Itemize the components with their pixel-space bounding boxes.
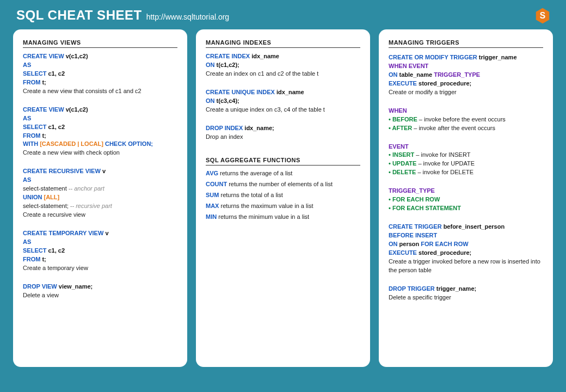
- bullet-kw: FOR EACH ROW: [392, 196, 440, 203]
- code: CREATE RECURSIVE VIEW vASselect-statemen…: [23, 167, 177, 211]
- list-item: DELETE – invoke for DELETE: [389, 168, 543, 177]
- section-title-triggers: MANAGING TRIGGERS: [389, 39, 543, 48]
- trigger-create-block: CREATE OR MODIFY TRIGGER trigger_nameWHE…: [389, 53, 543, 97]
- desc: Create a temporary view: [23, 264, 177, 273]
- bullet-kw: AFTER: [392, 125, 413, 131]
- card-views: MANAGING VIEWS CREATE VIEW v(c1,c2)ASSEL…: [13, 29, 187, 367]
- desc: Create a recursive view: [23, 211, 177, 219]
- bullet-kw: DELETE: [392, 169, 416, 175]
- bullet-kw: INSERT: [392, 151, 414, 158]
- bullet-text: – invoke for UPDATE: [416, 160, 475, 167]
- type-label: TRIGGER_TYPE: [389, 187, 543, 195]
- view-block: CREATE RECURSIVE VIEW vASselect-statemen…: [23, 167, 177, 219]
- bullet-kw: FOR EACH STATEMENT: [392, 205, 461, 211]
- code: CREATE UNIQUE INDEX idx_nameON t(c3,c4);: [206, 88, 360, 106]
- fn-desc: returns the maximum value in a list: [221, 203, 313, 209]
- section-title-aggregate: SQL AGGREGATE FUNCTIONS: [206, 157, 360, 166]
- index-block: CREATE INDEX idx_nameON t(c1,c2);Create …: [206, 52, 360, 78]
- aggregate-fn-row: AVG returns the average of a list: [206, 170, 360, 176]
- bullet-text: – invoke for INSERT: [414, 151, 470, 158]
- list-item: UPDATE – invoke for UPDATE: [389, 160, 543, 168]
- fn-desc: returns the average of a list: [220, 170, 292, 176]
- desc: Create a new view that consists of c1 an…: [23, 87, 177, 96]
- fn-name: MIN: [206, 213, 217, 220]
- section-title-views: MANAGING VIEWS: [23, 39, 177, 48]
- fn-name: SUM: [206, 192, 219, 198]
- fn-desc: returns the minimum value in a list: [218, 213, 309, 220]
- logo-icon: S: [536, 8, 550, 24]
- view-block: DROP VIEW view_name;Delete a view: [23, 283, 177, 300]
- bullet-text: – invoke for DELETE: [416, 169, 473, 175]
- section-title-indexes: MANAGING INDEXES: [206, 39, 360, 48]
- card-triggers: MANAGING TRIGGERS CREATE OR MODIFY TRIGG…: [379, 29, 553, 367]
- bullet-kw: UPDATE: [392, 160, 416, 167]
- code-trigger-example: CREATE TRIGGER before_insert_personBEFOR…: [389, 223, 543, 258]
- when-label: WHEN: [389, 107, 543, 115]
- aggregate-fn-row: MAX returns the maximum value in a list: [206, 203, 360, 209]
- code: CREATE VIEW v(c1,c2)ASSELECT c1, c2FROM …: [23, 52, 177, 87]
- code: CREATE VIEW v(c1,c2)ASSELECT c1, c2FROM …: [23, 106, 177, 149]
- code: CREATE INDEX idx_nameON t(c1,c2);: [206, 52, 360, 70]
- aggregate-fn-row: COUNT returns the number of elements of …: [206, 181, 360, 187]
- fn-desc: returns the number of elements of a list: [229, 181, 333, 187]
- desc: Drop an index: [206, 133, 360, 142]
- list-item: BEFORE – invoke before the event occurs: [389, 115, 543, 124]
- columns-wrap: MANAGING VIEWS CREATE VIEW v(c1,c2)ASSEL…: [0, 29, 566, 380]
- index-block: DROP INDEX idx_name;Drop an index: [206, 124, 360, 142]
- trigger-example-block: CREATE TRIGGER before_insert_personBEFOR…: [389, 223, 543, 275]
- trigger-when-block: WHEN BEFORE – invoke before the event oc…: [389, 107, 543, 133]
- bullet-kw: BEFORE: [392, 116, 417, 122]
- list-item: FOR EACH STATEMENT: [389, 204, 543, 213]
- event-label: EVENT: [389, 143, 543, 151]
- desc-create-trigger: Create or modify a trigger: [389, 88, 543, 97]
- code-create-trigger: CREATE OR MODIFY TRIGGER trigger_nameWHE…: [389, 53, 543, 88]
- code: DROP VIEW view_name;: [23, 283, 177, 291]
- card-indexes: MANAGING INDEXES CREATE INDEX idx_nameON…: [196, 29, 370, 367]
- bullet-text: – invoke before the event occurs: [417, 116, 506, 122]
- index-block: CREATE UNIQUE INDEX idx_nameON t(c3,c4);…: [206, 88, 360, 114]
- desc: Create a unique index on c3, c4 of the t…: [206, 106, 360, 114]
- list-item: FOR EACH ROW: [389, 195, 543, 204]
- trigger-event-block: EVENT INSERT – invoke for INSERTUPDATE –…: [389, 143, 543, 177]
- fn-name: COUNT: [206, 181, 227, 187]
- list-item: INSERT – invoke for INSERT: [389, 151, 543, 160]
- view-block: CREATE VIEW v(c1,c2)ASSELECT c1, c2FROM …: [23, 106, 177, 158]
- page-header: SQL CHEAT SHEET http://www.sqltutorial.o…: [0, 0, 566, 29]
- aggregate-fn-row: SUM returns the total of a list: [206, 192, 360, 198]
- fn-desc: returns the total of a list: [221, 192, 283, 198]
- code: DROP INDEX idx_name;: [206, 124, 360, 133]
- view-block: CREATE VIEW v(c1,c2)ASSELECT c1, c2FROM …: [23, 52, 177, 96]
- fn-name: AVG: [206, 170, 218, 176]
- desc: Delete a view: [23, 291, 177, 300]
- trigger-drop-block: DROP TRIGGER trigger_name; Delete a spec…: [389, 285, 543, 302]
- page-title: SQL CHEAT SHEET: [16, 8, 142, 23]
- page-url: http://www.sqltutorial.org: [146, 13, 230, 21]
- fn-name: MAX: [206, 203, 219, 209]
- desc-drop-trigger: Delete a specific trigger: [389, 293, 543, 302]
- svg-text:S: S: [540, 11, 545, 20]
- trigger-type-block: TRIGGER_TYPE FOR EACH ROWFOR EACH STATEM…: [389, 187, 543, 213]
- bullet-text: – invoke after the event occurs: [412, 125, 495, 131]
- code-drop-trigger: DROP TRIGGER trigger_name;: [389, 285, 543, 293]
- list-item: AFTER – invoke after the event occurs: [389, 124, 543, 133]
- aggregate-fn-row: MIN returns the minimum value in a list: [206, 213, 360, 220]
- desc: Create an index on c1 and c2 of the tabl…: [206, 70, 360, 78]
- desc: Create a new view with check option: [23, 149, 177, 157]
- view-block: CREATE TEMPORARY VIEW vASSELECT c1, c2FR…: [23, 229, 177, 273]
- desc-trigger-example: Create a trigger invoked before a new ro…: [389, 258, 543, 275]
- code: CREATE TEMPORARY VIEW vASSELECT c1, c2FR…: [23, 229, 177, 264]
